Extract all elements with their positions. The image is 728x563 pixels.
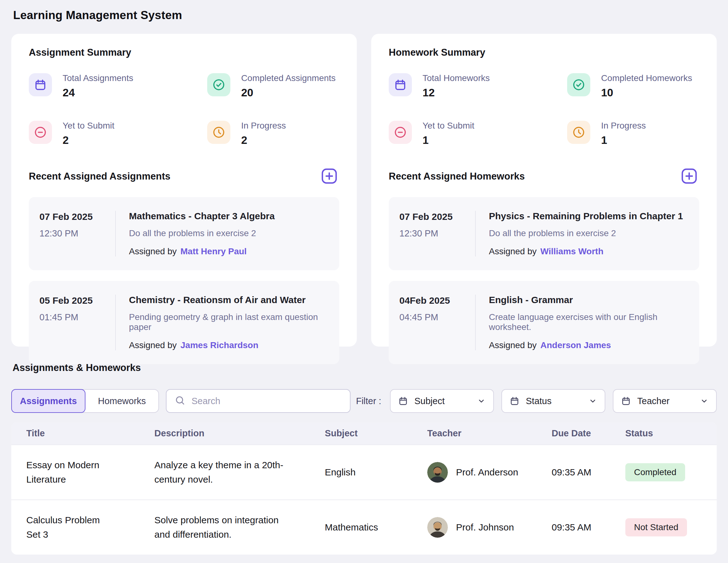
cell-title: Calculus Problem Set 3 — [26, 513, 105, 542]
chevron-down-icon — [588, 397, 597, 405]
tab-group: Assignments Homeworks — [11, 389, 159, 413]
assigned-by-name[interactable]: Matt Henry Paul — [181, 247, 247, 256]
minus-circle-icon — [29, 121, 52, 144]
stat-label: Yet to Submit — [423, 120, 474, 131]
filter-status-select[interactable]: Status — [501, 389, 605, 413]
homework-list-item[interactable]: 04Feb 2025 04:45 PM English - Grammar Cr… — [389, 281, 699, 364]
assigned-by-name[interactable]: Williams Worth — [541, 247, 603, 256]
item-title: English - Grammar — [489, 294, 687, 305]
item-description: Pending geometry & graph in last exam qu… — [129, 312, 327, 332]
minus-circle-icon — [389, 121, 412, 144]
column-header-title: Title — [11, 422, 139, 445]
stat-value: 1 — [601, 134, 646, 146]
stat-completed-assignments: Completed Assignments 20 — [207, 73, 339, 99]
chevron-down-icon — [477, 397, 486, 405]
plus-square-icon — [679, 182, 699, 187]
avatar — [427, 462, 448, 483]
cell-description: Solve problems on integration and differ… — [154, 513, 286, 542]
column-header-subject: Subject — [310, 422, 412, 445]
cell-due-date: 09:35 AM — [536, 445, 610, 500]
tab-homeworks[interactable]: Homeworks — [85, 390, 158, 412]
stat-total-assignments: Total Assignments 24 — [29, 73, 207, 99]
assigned-by-label: Assigned by — [489, 247, 537, 256]
filter-subject-label: Subject — [414, 396, 445, 406]
add-homework-button[interactable] — [679, 166, 699, 187]
summary-cards-row: Assignment Summary Total Assignments 24 … — [11, 34, 717, 346]
lms-dashboard: Learning Management System Assignment Su… — [0, 0, 728, 563]
avatar — [427, 517, 448, 538]
page-title: Learning Management System — [13, 9, 717, 22]
stat-value: 24 — [63, 86, 133, 99]
stat-in-progress: In Progress 1 — [567, 121, 699, 146]
filter-teacher-select[interactable]: Teacher — [613, 389, 717, 413]
stat-label: Yet to Submit — [63, 120, 115, 131]
stat-label: Completed Assignments — [241, 72, 336, 83]
stat-yet-to-submit: Yet to Submit 1 — [389, 121, 567, 146]
add-assignment-button[interactable] — [319, 166, 339, 187]
table-header-row: Title Description Subject Teacher Due Da… — [11, 422, 717, 445]
check-circle-icon — [207, 73, 230, 96]
item-description: Do all the problems in exercise 2 — [129, 228, 327, 238]
table-row[interactable]: Calculus Problem Set 3 Solve problems on… — [11, 500, 717, 555]
list-controls: Assignments Homeworks Filter : Subject S… — [11, 389, 717, 413]
item-time: 04:45 PM — [399, 312, 475, 322]
teacher-name: Prof. Johnson — [456, 522, 514, 533]
assignment-summary-card: Assignment Summary Total Assignments 24 … — [11, 34, 357, 346]
filter-group: Filter : Subject Status Teacher — [356, 389, 717, 413]
item-date: 07 Feb 2025 — [39, 212, 115, 222]
stat-label: Total Homeworks — [423, 72, 490, 83]
stat-value: 12 — [423, 86, 490, 99]
column-header-teacher: Teacher — [412, 422, 536, 445]
stat-value: 10 — [601, 86, 692, 99]
item-description: Do all the problems in exercise 2 — [489, 228, 687, 238]
stat-label: In Progress — [601, 120, 646, 131]
plus-square-icon — [320, 182, 339, 187]
assigned-by-name[interactable]: Anderson James — [541, 340, 611, 350]
homework-stats: Total Homeworks 12 Completed Homeworks 1… — [389, 73, 699, 146]
table-row[interactable]: Essay on Modern Literature Analyze a key… — [11, 445, 717, 500]
cell-description: Analyze a key theme in a 20th-century no… — [154, 458, 286, 487]
recent-homeworks-title: Recent Assigned Homeworks — [389, 171, 525, 182]
item-time: 01:45 PM — [39, 312, 115, 322]
cell-subject: Mathematics — [310, 500, 412, 555]
homework-summary-card: Homework Summary Total Homeworks 12 Comp… — [371, 34, 717, 346]
filter-status-label: Status — [526, 396, 551, 406]
search-box[interactable] — [166, 389, 351, 413]
stat-total-homeworks: Total Homeworks 12 — [389, 73, 567, 99]
filter-label: Filter : — [356, 396, 381, 406]
stat-label: Completed Homeworks — [601, 72, 692, 83]
stat-value: 2 — [241, 134, 286, 146]
column-header-due-date: Due Date — [536, 422, 610, 445]
clock-icon — [567, 121, 590, 144]
item-title: Mathematics - Chapter 3 Algebra — [129, 211, 327, 222]
homework-summary-title: Homework Summary — [389, 47, 699, 58]
item-date: 07 Feb 2025 — [399, 212, 475, 222]
assignment-list-item[interactable]: 07 Feb 2025 12:30 PM Mathematics - Chapt… — [29, 197, 339, 270]
assignments-table: Title Description Subject Teacher Due Da… — [11, 422, 717, 555]
search-input[interactable] — [192, 396, 342, 406]
search-icon — [175, 395, 185, 407]
assignment-summary-title: Assignment Summary — [29, 47, 339, 58]
homework-list-item[interactable]: 07 Feb 2025 12:30 PM Physics - Remaining… — [389, 197, 699, 270]
check-circle-icon — [567, 73, 590, 96]
assignment-list-item[interactable]: 05 Feb 2025 01:45 PM Chemistry - Reation… — [29, 281, 339, 364]
status-badge: Completed — [625, 463, 685, 481]
chevron-down-icon — [700, 397, 709, 405]
clock-icon — [207, 121, 230, 144]
item-time: 12:30 PM — [399, 228, 475, 239]
assigned-by-label: Assigned by — [129, 247, 177, 256]
cell-due-date: 09:35 AM — [536, 500, 610, 555]
item-date: 05 Feb 2025 — [39, 295, 115, 306]
filter-subject-select[interactable]: Subject — [390, 389, 494, 413]
recent-assignments-list: 07 Feb 2025 12:30 PM Mathematics - Chapt… — [29, 197, 339, 364]
assigned-by-label: Assigned by — [129, 340, 177, 350]
recent-assignments-title: Recent Assigned Assignments — [29, 171, 170, 182]
stat-value: 2 — [63, 134, 115, 146]
stat-label: In Progress — [241, 120, 286, 131]
calendar-icon — [398, 396, 408, 406]
item-time: 12:30 PM — [39, 228, 115, 239]
assignments-table-card: Title Description Subject Teacher Due Da… — [11, 422, 717, 555]
assigned-by-name[interactable]: James Richardson — [181, 340, 259, 350]
tab-assignments[interactable]: Assignments — [11, 389, 85, 413]
calendar-icon — [510, 396, 520, 406]
